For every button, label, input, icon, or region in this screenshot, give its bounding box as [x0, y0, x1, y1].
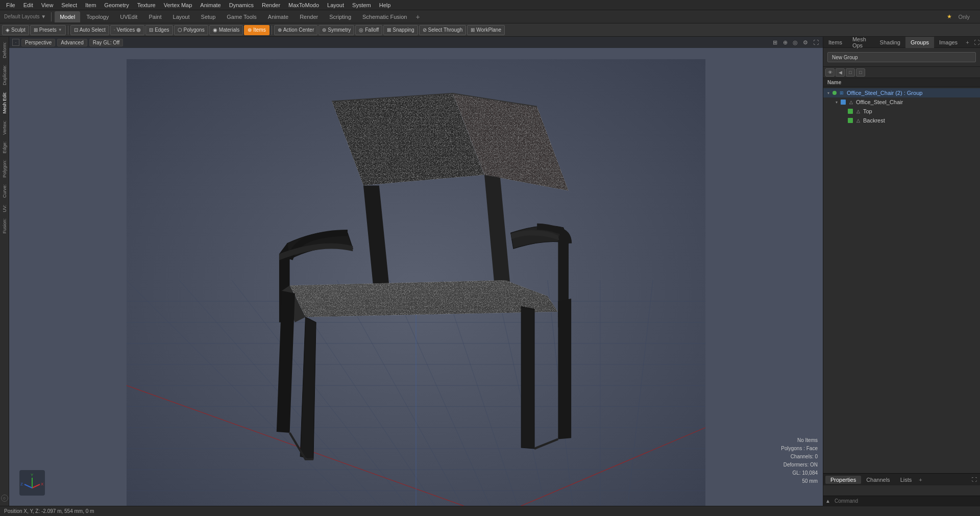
- command-input[interactable]: [832, 498, 980, 504]
- tree-expand-chair[interactable]: ▾: [834, 99, 840, 105]
- menu-edit[interactable]: Edit: [19, 1, 37, 9]
- materials-icon: ◉: [213, 27, 217, 33]
- menu-animate[interactable]: Animate: [196, 1, 225, 9]
- tab-layout[interactable]: Layout: [168, 11, 195, 22]
- materials-button[interactable]: ◉ Materials: [209, 25, 243, 35]
- tab-gametools[interactable]: Game Tools: [222, 11, 262, 22]
- cmd-expand-button[interactable]: ▲: [823, 496, 832, 506]
- viewport-zoom-icon[interactable]: ⊕: [781, 38, 789, 46]
- rp-box-button[interactable]: □: [856, 68, 865, 77]
- menu-geometry[interactable]: Geometry: [100, 1, 133, 9]
- sidebar-edge[interactable]: Edge:: [1, 138, 8, 157]
- chair-model: [9, 48, 823, 506]
- falloff-icon: ◎: [359, 27, 363, 33]
- tree-chair-label: Office_Steel_Chair: [856, 99, 903, 105]
- tab-schematic-fusion[interactable]: Schematic Fusion: [357, 11, 412, 22]
- tree-item-backrest[interactable]: △ Backrest: [823, 116, 980, 125]
- rp-lock-button[interactable]: □: [846, 68, 855, 77]
- edges-button[interactable]: ⊟ Edges: [145, 25, 173, 35]
- menu-dynamics[interactable]: Dynamics: [225, 1, 258, 9]
- tab-paint[interactable]: Paint: [143, 11, 166, 22]
- menu-maxtomodo[interactable]: MaxToModo: [284, 1, 323, 9]
- viewport-lock-icon[interactable]: ·: [12, 39, 19, 46]
- rp-tab-items[interactable]: Items: [823, 37, 847, 48]
- menu-system[interactable]: System: [348, 1, 375, 9]
- rp-expand-icon[interactable]: ⛶: [973, 37, 980, 47]
- tab-topology[interactable]: Topology: [81, 11, 114, 22]
- tree-item-top[interactable]: △ Top: [823, 107, 980, 116]
- tab-animate[interactable]: Animate: [263, 11, 293, 22]
- menu-select[interactable]: Select: [57, 1, 81, 9]
- svg-point-32: [447, 137, 448, 138]
- items-button[interactable]: ⊛ Items: [244, 25, 269, 35]
- sidebar-polygon[interactable]: Polygon:: [1, 157, 8, 181]
- workplane-button[interactable]: ⊞ WorkPlane: [467, 25, 505, 35]
- menu-texture[interactable]: Texture: [133, 1, 160, 9]
- polygons-button[interactable]: ⬡ Polygons: [174, 25, 208, 35]
- mm-label: 50 mm: [781, 477, 818, 485]
- rp-tab-images[interactable]: Images: [934, 37, 963, 48]
- color-swatch-backrest: [848, 118, 853, 123]
- tree-expand-group[interactable]: ▾: [825, 90, 831, 96]
- viewport-settings-icon[interactable]: ⚙: [801, 38, 810, 46]
- rp-eye-button[interactable]: 👁: [825, 68, 835, 77]
- sidebar-vertex[interactable]: Vertex:: [1, 117, 8, 138]
- tab-model[interactable]: Model: [55, 11, 80, 22]
- presets-button[interactable]: ⊞ Presets ▼: [30, 25, 66, 35]
- sidebar-curve[interactable]: Curve:: [1, 181, 8, 201]
- perspective-button[interactable]: Perspective: [21, 39, 55, 46]
- auto-select-button[interactable]: ⊡ Auto Select: [70, 25, 109, 35]
- falloff-button[interactable]: ◎ Falloff: [355, 25, 382, 35]
- tab-add-button[interactable]: +: [413, 12, 422, 21]
- advanced-button[interactable]: Advanced: [57, 39, 87, 46]
- bp-tab-add[interactable]: +: [919, 477, 922, 483]
- menu-layout[interactable]: Layout: [323, 1, 348, 9]
- menu-render[interactable]: Render: [258, 1, 284, 9]
- vertices-button[interactable]: · Vertices ⬤: [110, 25, 144, 35]
- viewport-grid-icon[interactable]: ⊞: [771, 38, 779, 46]
- sidebar-deform[interactable]: Deform:: [1, 39, 8, 61]
- rp-tab-meshops[interactable]: Mesh Ops: [847, 37, 875, 48]
- rp-tab-shading[interactable]: Shading: [875, 37, 905, 48]
- bp-tab-lists[interactable]: Lists: [895, 476, 917, 484]
- tab-uvedit[interactable]: UVEdit: [115, 11, 142, 22]
- layout-dropdown[interactable]: Default Layouts ▼: [2, 14, 48, 19]
- svg-text:Z: Z: [20, 482, 23, 486]
- menu-file[interactable]: File: [2, 1, 19, 9]
- menu-view[interactable]: View: [37, 1, 58, 9]
- sidebar-uv[interactable]: UV:: [1, 202, 8, 215]
- menu-vertex-map[interactable]: Vertex Map: [160, 1, 197, 9]
- rp-tab-groups[interactable]: Groups: [905, 37, 934, 48]
- tab-setup[interactable]: Setup: [196, 11, 221, 22]
- rp-back-button[interactable]: ◀: [836, 68, 845, 77]
- bp-tab-properties[interactable]: Properties: [825, 476, 861, 484]
- sidebar-expand-button[interactable]: ○: [1, 495, 8, 502]
- menu-item[interactable]: Item: [81, 1, 100, 9]
- symmetry-icon: ⊜: [322, 27, 326, 33]
- mesh-icon-top: △: [854, 108, 862, 115]
- tree-item-chair[interactable]: ▾ △ Office_Steel_Chair: [823, 97, 980, 107]
- rp-tab-add[interactable]: +: [963, 39, 972, 45]
- viewport-expand-icon[interactable]: ⛶: [812, 38, 820, 46]
- sculpt-button[interactable]: ◈ Sculpt: [2, 25, 29, 35]
- viewport-area[interactable]: · Perspective Advanced Ray GL: Off ⊞ ⊕ ◎…: [9, 37, 823, 506]
- viewport-camera-icon[interactable]: ◎: [791, 38, 799, 46]
- sidebar-duplicate[interactable]: Duplicate:: [1, 62, 8, 88]
- auto-select-icon: ⊡: [74, 27, 78, 33]
- select-through-button[interactable]: ⊘ Select Through: [419, 25, 467, 35]
- tree-item-group[interactable]: ▾ ⊞ Office_Steel_Chair (2) : Group: [823, 88, 980, 97]
- bp-tab-channels[interactable]: Channels: [861, 476, 895, 484]
- symmetry-button[interactable]: ⊜ Symmetry: [318, 25, 354, 35]
- color-swatch-chair: [841, 100, 846, 105]
- sidebar-mesh-edit[interactable]: Mesh Edit:: [1, 89, 8, 117]
- action-center-button[interactable]: ⊕ Action Center: [274, 25, 318, 35]
- new-group-button[interactable]: New Group: [827, 52, 976, 62]
- bp-expand-icon[interactable]: ⛶: [970, 476, 978, 484]
- tab-scripting[interactable]: Scripting: [324, 11, 356, 22]
- menu-help[interactable]: Help: [375, 1, 395, 9]
- tab-render[interactable]: Render: [295, 11, 323, 22]
- tab-bar: Default Layouts ▼ Model Topology UVEdit …: [0, 10, 980, 23]
- raygl-button[interactable]: Ray GL: Off: [89, 39, 124, 46]
- sidebar-fusion[interactable]: Fusion:: [1, 215, 8, 237]
- snapping-button[interactable]: ⊠ Snapping: [383, 25, 418, 35]
